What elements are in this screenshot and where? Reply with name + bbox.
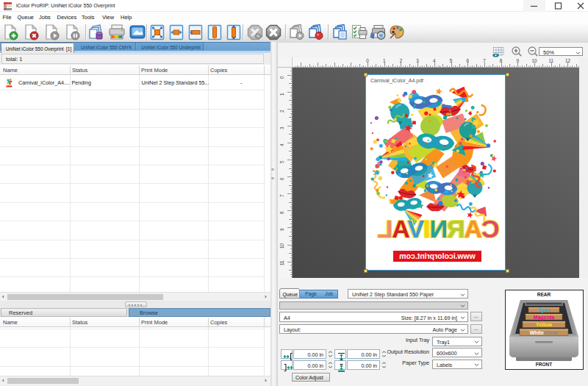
- svg-text:Yellow: Yellow: [536, 322, 552, 327]
- svg-text:Magenta: Magenta: [534, 315, 555, 321]
- svg-text:White/Clear: White/Clear: [530, 330, 559, 335]
- svg-text:Cyan: Cyan: [538, 307, 550, 313]
